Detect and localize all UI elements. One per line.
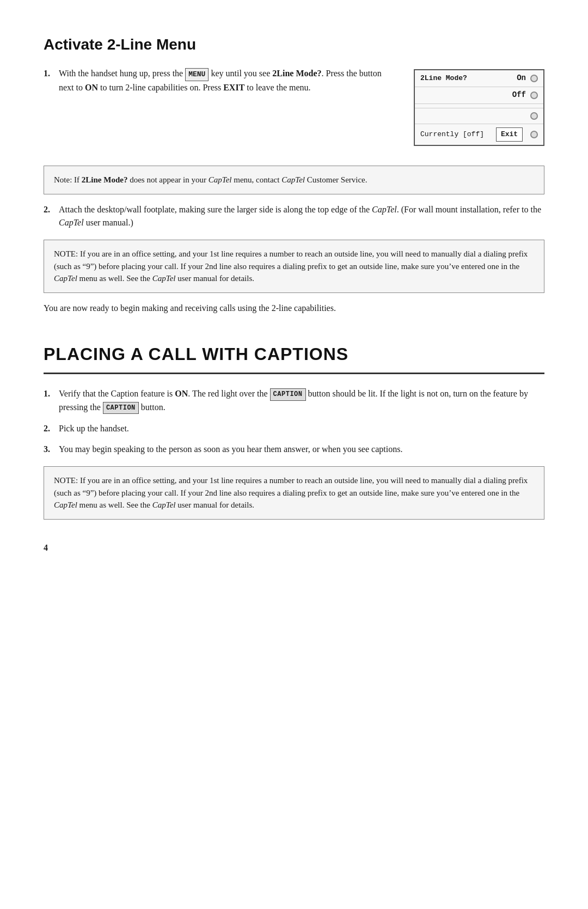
captel-ref5: CapTel [54, 501, 77, 509]
caption-btn1: CAPTION [270, 388, 306, 401]
step1-number: 1. [44, 67, 59, 81]
menu-row-currently: Currently [off] Exit [415, 124, 543, 145]
captel-ref2: CapTel [59, 218, 84, 227]
step2-number: 2. [44, 203, 59, 217]
note2-text: NOTE: If you are in an office setting, a… [54, 249, 528, 283]
section2-step2-item: 2. Pick up the handset. [44, 422, 544, 436]
step2-content: Attach the desktop/wall footplate, makin… [59, 203, 544, 230]
section2-step3-item: 3. You may begin speaking to the person … [44, 443, 544, 456]
menu-on-value: On [517, 72, 526, 84]
step-list-section1b: 2. Attach the desktop/wall footplate, ma… [44, 203, 544, 230]
on-label: ON [175, 389, 188, 398]
note-box-1: Note: If 2Line Mode? does not appear in … [44, 166, 544, 194]
menu-exit-btn: Exit [496, 127, 523, 142]
note1-text: Note: If 2Line Mode? does not appear in … [54, 175, 367, 184]
menu-display: 2Line Mode? On Off Cu [414, 69, 544, 146]
step1-text: With the handset hung up, press the MENU… [59, 67, 399, 94]
section2-step2-number: 2. [44, 422, 59, 436]
menu-2line-label: 2Line Mode? [420, 73, 517, 84]
section2-title: Placing a Call With Captions [44, 341, 544, 374]
section2-step3-content: You may begin speaking to the person as … [59, 443, 544, 456]
menu-off-circle [530, 91, 538, 99]
menu-row-on: 2Line Mode? On [415, 70, 543, 87]
note-box-2: NOTE: If you are in an office setting, a… [44, 240, 544, 293]
2line-mode-ref: 2Line Mode? [272, 69, 321, 78]
page-content: Activate 2-Line Menu 1. With the handset… [44, 33, 544, 520]
note-box-3: NOTE: If you are in an office setting, a… [44, 466, 544, 520]
menu-key: MENU [185, 68, 209, 81]
note1-bold: 2Line Mode? [82, 175, 128, 184]
note1-italic: CapTel [209, 175, 232, 184]
exit-ref: EXIT [223, 83, 244, 92]
menu-empty-spacer [420, 111, 530, 121]
note3-text: NOTE: If you are in an office setting, a… [54, 476, 528, 509]
menu-spacer [415, 104, 543, 108]
captel-ref6: CapTel [152, 501, 176, 509]
section1-title: Activate 2-Line Menu [44, 33, 544, 56]
step-list-section2: 1. Verify that the Caption feature is ON… [44, 387, 544, 456]
menu-off-value: Off [512, 89, 526, 101]
captel-ref4: CapTel [152, 274, 176, 283]
section2-step2-content: Pick up the handset. [59, 422, 544, 436]
step1-layout: With the handset hung up, press the MENU… [59, 67, 544, 146]
page-number: 4 [44, 543, 48, 552]
section2-step1-number: 1. [44, 387, 59, 401]
menu-row-off: Off [415, 87, 543, 104]
step-list-section1: 1. With the handset hung up, press the M… [44, 67, 544, 156]
menu-currently-label: Currently [off] [420, 129, 484, 140]
menu-row-spacer2 [415, 108, 543, 124]
step1-item: 1. With the handset hung up, press the M… [44, 67, 544, 156]
captel-ref1: CapTel [372, 205, 397, 214]
captel-ref3: CapTel [54, 274, 77, 283]
section1-closing: You are now ready to begin making and re… [44, 302, 544, 315]
step2-item: 2. Attach the desktop/wall footplate, ma… [44, 203, 544, 230]
menu-circle3 [530, 112, 538, 120]
on-ref: ON [85, 83, 98, 92]
menu-circle4 [530, 131, 538, 138]
note1-italic2: CapTel [281, 175, 305, 184]
section2-step3-number: 3. [44, 443, 59, 456]
menu-on-circle [530, 75, 538, 82]
page-footer: 4 [44, 541, 544, 555]
caption-btn2: CAPTION [103, 402, 139, 414]
section2-step1-content: Verify that the Caption feature is ON. T… [59, 387, 544, 414]
section2-step1-item: 1. Verify that the Caption feature is ON… [44, 387, 544, 414]
